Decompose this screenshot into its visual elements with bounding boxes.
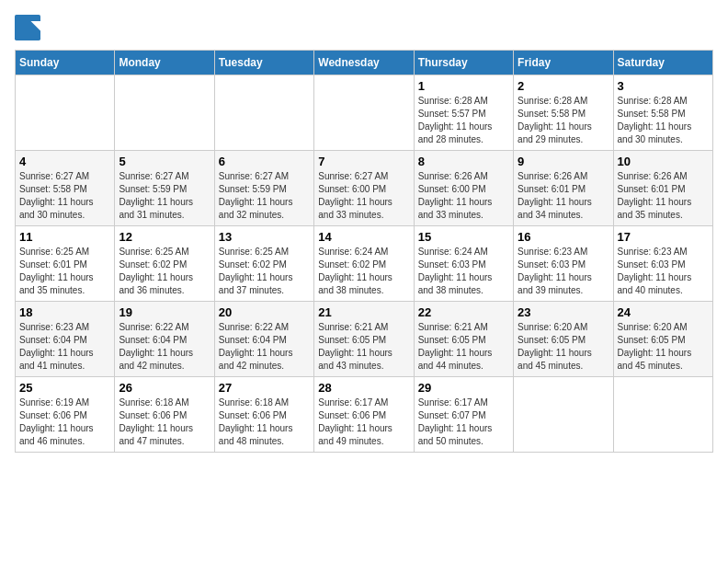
svg-rect-0 [15, 15, 40, 40]
day-number: 9 [518, 155, 609, 168]
day-info: Sunrise: 6:18 AMSunset: 6:06 PMDaylight:… [219, 396, 310, 448]
calendar-cell: 29Sunrise: 6:17 AMSunset: 6:07 PMDayligh… [414, 377, 513, 453]
day-number: 20 [219, 305, 310, 319]
calendar-cell: 14Sunrise: 6:24 AMSunset: 6:02 PMDayligh… [314, 226, 414, 302]
day-info: Sunrise: 6:28 AMSunset: 5:58 PMDaylight:… [618, 95, 709, 146]
day-info: Sunrise: 6:25 AMSunset: 6:02 PMDaylight:… [219, 246, 310, 297]
day-info: Sunrise: 6:17 AMSunset: 6:07 PMDaylight:… [418, 396, 509, 448]
day-info: Sunrise: 6:26 AMSunset: 6:00 PMDaylight:… [418, 170, 509, 222]
day-number: 7 [318, 155, 409, 168]
day-number: 11 [19, 230, 110, 244]
calendar-cell: 8Sunrise: 6:26 AMSunset: 6:00 PMDaylight… [414, 151, 513, 226]
day-number: 13 [219, 230, 310, 244]
calendar-body: 1Sunrise: 6:28 AMSunset: 5:57 PMDaylight… [16, 75, 713, 453]
day-number: 21 [318, 305, 409, 319]
page-header [15, 15, 713, 40]
day-number: 15 [418, 230, 509, 244]
calendar-cell [613, 377, 712, 453]
day-info: Sunrise: 6:20 AMSunset: 6:05 PMDaylight:… [618, 321, 709, 373]
calendar-cell: 25Sunrise: 6:19 AMSunset: 6:06 PMDayligh… [16, 377, 115, 453]
day-info: Sunrise: 6:27 AMSunset: 5:59 PMDaylight:… [119, 170, 210, 222]
logo-icon [15, 15, 40, 40]
calendar-cell: 11Sunrise: 6:25 AMSunset: 6:01 PMDayligh… [16, 226, 115, 302]
week-row-3: 11Sunrise: 6:25 AMSunset: 6:01 PMDayligh… [16, 226, 713, 302]
day-info: Sunrise: 6:26 AMSunset: 6:01 PMDaylight:… [618, 170, 709, 222]
day-info: Sunrise: 6:28 AMSunset: 5:57 PMDaylight:… [418, 95, 509, 146]
day-number: 12 [119, 230, 210, 244]
calendar-cell: 10Sunrise: 6:26 AMSunset: 6:01 PMDayligh… [613, 151, 712, 226]
day-number: 5 [119, 155, 210, 168]
day-info: Sunrise: 6:24 AMSunset: 6:02 PMDaylight:… [318, 246, 409, 297]
calendar-cell [514, 377, 613, 453]
calendar-cell: 20Sunrise: 6:22 AMSunset: 6:04 PMDayligh… [214, 302, 313, 377]
day-info: Sunrise: 6:28 AMSunset: 5:58 PMDaylight:… [518, 95, 609, 146]
day-number: 19 [119, 305, 210, 319]
day-number: 24 [618, 305, 709, 319]
day-info: Sunrise: 6:18 AMSunset: 6:06 PMDaylight:… [119, 396, 210, 448]
calendar-cell: 18Sunrise: 6:23 AMSunset: 6:04 PMDayligh… [16, 302, 115, 377]
day-number: 8 [418, 155, 509, 168]
calendar-cell: 6Sunrise: 6:27 AMSunset: 5:59 PMDaylight… [214, 151, 313, 226]
days-of-week-row: SundayMondayTuesdayWednesdayThursdayFrid… [16, 51, 713, 75]
day-number: 28 [318, 381, 409, 395]
calendar-cell: 17Sunrise: 6:23 AMSunset: 6:03 PMDayligh… [613, 226, 712, 302]
calendar-cell: 1Sunrise: 6:28 AMSunset: 5:57 PMDaylight… [414, 75, 513, 151]
day-info: Sunrise: 6:20 AMSunset: 6:05 PMDaylight:… [518, 321, 609, 373]
dow-header-friday: Friday [514, 51, 613, 75]
day-info: Sunrise: 6:21 AMSunset: 6:05 PMDaylight:… [318, 321, 409, 373]
day-number: 2 [518, 79, 609, 93]
day-number: 22 [418, 305, 509, 319]
day-number: 16 [518, 230, 609, 244]
day-number: 4 [19, 155, 110, 168]
dow-header-monday: Monday [115, 51, 214, 75]
day-info: Sunrise: 6:26 AMSunset: 6:01 PMDaylight:… [518, 170, 609, 222]
day-info: Sunrise: 6:22 AMSunset: 6:04 PMDaylight:… [119, 321, 210, 373]
day-number: 23 [518, 305, 609, 319]
day-info: Sunrise: 6:27 AMSunset: 5:59 PMDaylight:… [219, 170, 310, 222]
day-number: 14 [318, 230, 409, 244]
day-info: Sunrise: 6:19 AMSunset: 6:06 PMDaylight:… [19, 396, 110, 448]
day-info: Sunrise: 6:25 AMSunset: 6:02 PMDaylight:… [119, 246, 210, 297]
day-number: 18 [19, 305, 110, 319]
calendar-cell [314, 75, 414, 151]
calendar-cell: 27Sunrise: 6:18 AMSunset: 6:06 PMDayligh… [214, 377, 313, 453]
calendar-cell: 23Sunrise: 6:20 AMSunset: 6:05 PMDayligh… [514, 302, 613, 377]
calendar-cell: 12Sunrise: 6:25 AMSunset: 6:02 PMDayligh… [115, 226, 214, 302]
week-row-2: 4Sunrise: 6:27 AMSunset: 5:58 PMDaylight… [16, 151, 713, 226]
calendar-cell [214, 75, 313, 151]
day-info: Sunrise: 6:23 AMSunset: 6:04 PMDaylight:… [19, 321, 110, 373]
calendar-cell: 15Sunrise: 6:24 AMSunset: 6:03 PMDayligh… [414, 226, 513, 302]
day-info: Sunrise: 6:22 AMSunset: 6:04 PMDaylight:… [219, 321, 310, 373]
calendar-cell: 16Sunrise: 6:23 AMSunset: 6:03 PMDayligh… [514, 226, 613, 302]
calendar-cell: 21Sunrise: 6:21 AMSunset: 6:05 PMDayligh… [314, 302, 414, 377]
calendar-cell [16, 75, 115, 151]
calendar-cell: 28Sunrise: 6:17 AMSunset: 6:06 PMDayligh… [314, 377, 414, 453]
dow-header-wednesday: Wednesday [314, 51, 414, 75]
calendar-cell: 13Sunrise: 6:25 AMSunset: 6:02 PMDayligh… [214, 226, 313, 302]
calendar-cell: 7Sunrise: 6:27 AMSunset: 6:00 PMDaylight… [314, 151, 414, 226]
day-number: 27 [219, 381, 310, 395]
day-info: Sunrise: 6:24 AMSunset: 6:03 PMDaylight:… [418, 246, 509, 297]
day-info: Sunrise: 6:27 AMSunset: 5:58 PMDaylight:… [19, 170, 110, 222]
calendar-cell: 3Sunrise: 6:28 AMSunset: 5:58 PMDaylight… [613, 75, 712, 151]
week-row-5: 25Sunrise: 6:19 AMSunset: 6:06 PMDayligh… [16, 377, 713, 453]
day-number: 10 [618, 155, 709, 168]
day-info: Sunrise: 6:25 AMSunset: 6:01 PMDaylight:… [19, 246, 110, 297]
calendar-cell: 24Sunrise: 6:20 AMSunset: 6:05 PMDayligh… [613, 302, 712, 377]
logo [15, 15, 44, 40]
day-number: 17 [618, 230, 709, 244]
dow-header-saturday: Saturday [613, 51, 712, 75]
day-number: 26 [119, 381, 210, 395]
calendar-cell: 2Sunrise: 6:28 AMSunset: 5:58 PMDaylight… [514, 75, 613, 151]
calendar-cell: 22Sunrise: 6:21 AMSunset: 6:05 PMDayligh… [414, 302, 513, 377]
day-number: 29 [418, 381, 509, 395]
day-number: 6 [219, 155, 310, 168]
dow-header-sunday: Sunday [16, 51, 115, 75]
day-info: Sunrise: 6:21 AMSunset: 6:05 PMDaylight:… [418, 321, 509, 373]
day-number: 1 [418, 79, 509, 93]
day-number: 3 [618, 79, 709, 93]
day-number: 25 [19, 381, 110, 395]
dow-header-thursday: Thursday [414, 51, 513, 75]
day-info: Sunrise: 6:23 AMSunset: 6:03 PMDaylight:… [618, 246, 709, 297]
calendar-cell: 19Sunrise: 6:22 AMSunset: 6:04 PMDayligh… [115, 302, 214, 377]
